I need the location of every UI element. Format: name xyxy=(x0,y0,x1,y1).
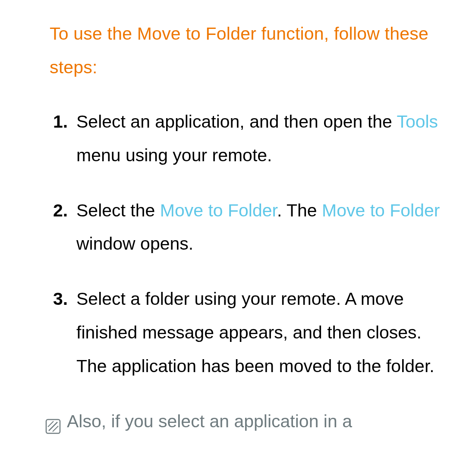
step-1: Select an application, and then open the… xyxy=(50,105,444,172)
section-heading: To use the Move to Folder function, foll… xyxy=(50,17,444,85)
step-2-text-b: . The xyxy=(277,200,322,220)
tools-highlight: Tools xyxy=(397,112,438,132)
move-to-folder-highlight-1: Move to Folder xyxy=(160,200,277,220)
step-3: Select a folder using your remote. A mov… xyxy=(50,282,444,383)
move-to-folder-highlight-2: Move to Folder xyxy=(322,200,440,220)
svg-line-2 xyxy=(48,421,54,427)
note-icon xyxy=(45,412,61,445)
svg-line-3 xyxy=(53,426,58,432)
step-2-text-a: Select the xyxy=(76,200,160,220)
step-2: Select the Move to Folder. The Move to F… xyxy=(50,194,444,261)
step-1-text-b: menu using your remote. xyxy=(76,145,272,165)
note-row: Also, if you select an application in a xyxy=(45,405,444,445)
note-text: Also, if you select an application in a xyxy=(67,405,352,438)
step-3-text: Select a folder using your remote. A mov… xyxy=(76,289,435,376)
step-2-text-c: window opens. xyxy=(76,234,193,254)
steps-list: Select an application, and then open the… xyxy=(50,105,444,383)
svg-line-1 xyxy=(49,422,57,431)
step-1-text-a: Select an application, and then open the xyxy=(76,112,397,132)
